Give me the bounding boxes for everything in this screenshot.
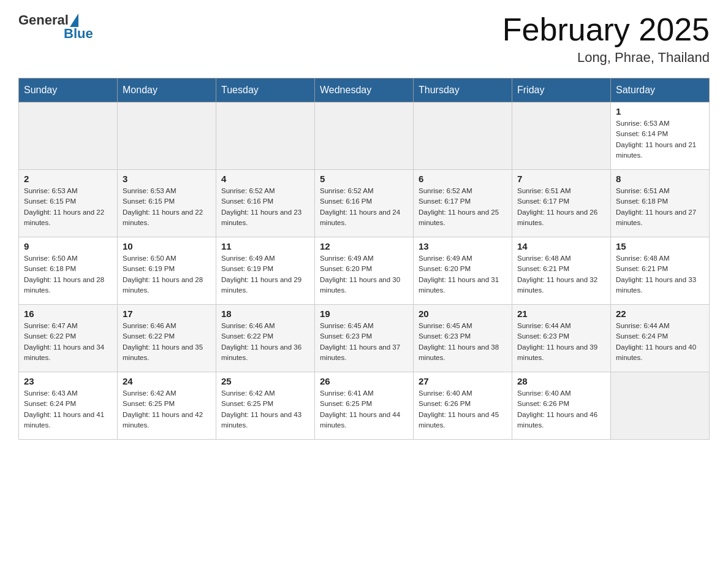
- day-info: Sunrise: 6:45 AMSunset: 6:23 PMDaylight:…: [419, 321, 507, 363]
- day-info: Sunrise: 6:50 AMSunset: 6:18 PMDaylight:…: [24, 253, 112, 296]
- day-number: 25: [221, 376, 309, 386]
- day-number: 22: [616, 308, 704, 319]
- calendar-day-cell: 9Sunrise: 6:50 AMSunset: 6:18 PMDaylight…: [19, 237, 118, 305]
- day-number: 18: [221, 308, 309, 319]
- day-info: Sunrise: 6:46 AMSunset: 6:22 PMDaylight:…: [123, 321, 211, 363]
- day-info: Sunrise: 6:51 AMSunset: 6:18 PMDaylight:…: [616, 186, 704, 228]
- calendar-week-row: 16Sunrise: 6:47 AMSunset: 6:22 PMDayligh…: [19, 305, 710, 372]
- day-number: 3: [123, 174, 211, 184]
- day-number: 27: [419, 376, 507, 386]
- day-number: 23: [24, 376, 112, 386]
- calendar-day-cell: 26Sunrise: 6:41 AMSunset: 6:25 PMDayligh…: [315, 372, 414, 440]
- day-number: 15: [616, 241, 704, 251]
- weekday-header-tuesday: Tuesday: [216, 79, 315, 102]
- weekday-header-friday: Friday: [512, 79, 611, 102]
- calendar-day-cell: [512, 102, 611, 170]
- logo-blue-text: Blue: [64, 26, 93, 42]
- calendar-day-cell: 15Sunrise: 6:48 AMSunset: 6:21 PMDayligh…: [611, 237, 710, 305]
- calendar-day-cell: 25Sunrise: 6:42 AMSunset: 6:25 PMDayligh…: [216, 372, 315, 440]
- page-header: General Blue February 2025 Long, Phrae, …: [18, 12, 710, 66]
- calendar-day-cell: 21Sunrise: 6:44 AMSunset: 6:23 PMDayligh…: [512, 305, 611, 372]
- calendar-day-cell: 10Sunrise: 6:50 AMSunset: 6:19 PMDayligh…: [118, 237, 216, 305]
- calendar-day-cell: 23Sunrise: 6:43 AMSunset: 6:24 PMDayligh…: [19, 372, 118, 440]
- calendar-day-cell: 4Sunrise: 6:52 AMSunset: 6:16 PMDaylight…: [216, 170, 315, 237]
- calendar-day-cell: 8Sunrise: 6:51 AMSunset: 6:18 PMDaylight…: [611, 170, 710, 237]
- day-number: 14: [517, 241, 605, 251]
- day-info: Sunrise: 6:40 AMSunset: 6:26 PMDaylight:…: [517, 388, 605, 431]
- day-number: 28: [517, 376, 605, 386]
- calendar-day-cell: [414, 102, 512, 170]
- weekday-header-monday: Monday: [118, 79, 216, 102]
- day-info: Sunrise: 6:52 AMSunset: 6:16 PMDaylight:…: [320, 186, 408, 228]
- day-info: Sunrise: 6:48 AMSunset: 6:21 PMDaylight:…: [616, 253, 704, 296]
- day-number: 7: [517, 174, 605, 184]
- day-info: Sunrise: 6:47 AMSunset: 6:22 PMDaylight:…: [24, 321, 112, 363]
- calendar-week-row: 9Sunrise: 6:50 AMSunset: 6:18 PMDaylight…: [19, 237, 710, 305]
- day-number: 21: [517, 308, 605, 319]
- day-number: 12: [320, 241, 408, 251]
- calendar-day-cell: 12Sunrise: 6:49 AMSunset: 6:20 PMDayligh…: [315, 237, 414, 305]
- calendar-day-cell: 5Sunrise: 6:52 AMSunset: 6:16 PMDaylight…: [315, 170, 414, 237]
- title-block: February 2025 Long, Phrae, Thailand: [502, 12, 710, 66]
- day-info: Sunrise: 6:53 AMSunset: 6:15 PMDaylight:…: [123, 186, 211, 228]
- day-number: 8: [616, 174, 704, 184]
- calendar-day-cell: [118, 102, 216, 170]
- calendar-day-cell: [216, 102, 315, 170]
- location-title: Long, Phrae, Thailand: [502, 50, 710, 66]
- calendar-day-cell: 20Sunrise: 6:45 AMSunset: 6:23 PMDayligh…: [414, 305, 512, 372]
- day-number: 24: [123, 376, 211, 386]
- day-info: Sunrise: 6:53 AMSunset: 6:15 PMDaylight:…: [24, 186, 112, 228]
- calendar-day-cell: 27Sunrise: 6:40 AMSunset: 6:26 PMDayligh…: [414, 372, 512, 440]
- day-number: 10: [123, 241, 211, 251]
- weekday-header-thursday: Thursday: [414, 79, 512, 102]
- calendar-day-cell: 6Sunrise: 6:52 AMSunset: 6:17 PMDaylight…: [414, 170, 512, 237]
- day-number: 19: [320, 308, 408, 319]
- calendar-day-cell: 7Sunrise: 6:51 AMSunset: 6:17 PMDaylight…: [512, 170, 611, 237]
- day-number: 11: [221, 241, 309, 251]
- calendar-day-cell: 16Sunrise: 6:47 AMSunset: 6:22 PMDayligh…: [19, 305, 118, 372]
- day-number: 16: [24, 308, 112, 319]
- calendar-day-cell: [19, 102, 118, 170]
- day-number: 13: [419, 241, 507, 251]
- calendar-body: 1Sunrise: 6:53 AMSunset: 6:14 PMDaylight…: [19, 102, 710, 440]
- logo: General Blue: [18, 12, 93, 42]
- month-title: February 2025: [502, 12, 710, 47]
- day-number: 26: [320, 376, 408, 386]
- day-info: Sunrise: 6:44 AMSunset: 6:23 PMDaylight:…: [517, 321, 605, 363]
- day-info: Sunrise: 6:49 AMSunset: 6:19 PMDaylight:…: [221, 253, 309, 296]
- calendar-day-cell: [315, 102, 414, 170]
- calendar-day-cell: 3Sunrise: 6:53 AMSunset: 6:15 PMDaylight…: [118, 170, 216, 237]
- day-number: 2: [24, 174, 112, 184]
- day-info: Sunrise: 6:49 AMSunset: 6:20 PMDaylight:…: [320, 253, 408, 296]
- calendar-day-cell: 13Sunrise: 6:49 AMSunset: 6:20 PMDayligh…: [414, 237, 512, 305]
- calendar-week-row: 23Sunrise: 6:43 AMSunset: 6:24 PMDayligh…: [19, 372, 710, 440]
- day-info: Sunrise: 6:42 AMSunset: 6:25 PMDaylight:…: [221, 388, 309, 431]
- calendar-day-cell: 11Sunrise: 6:49 AMSunset: 6:19 PMDayligh…: [216, 237, 315, 305]
- day-info: Sunrise: 6:45 AMSunset: 6:23 PMDaylight:…: [320, 321, 408, 363]
- day-number: 6: [419, 174, 507, 184]
- day-number: 1: [616, 106, 704, 117]
- calendar-day-cell: 14Sunrise: 6:48 AMSunset: 6:21 PMDayligh…: [512, 237, 611, 305]
- calendar-day-cell: 17Sunrise: 6:46 AMSunset: 6:22 PMDayligh…: [118, 305, 216, 372]
- day-info: Sunrise: 6:46 AMSunset: 6:22 PMDaylight:…: [221, 321, 309, 363]
- calendar-day-cell: 28Sunrise: 6:40 AMSunset: 6:26 PMDayligh…: [512, 372, 611, 440]
- calendar-week-row: 2Sunrise: 6:53 AMSunset: 6:15 PMDaylight…: [19, 170, 710, 237]
- calendar-day-cell: [611, 372, 710, 440]
- calendar-day-cell: 24Sunrise: 6:42 AMSunset: 6:25 PMDayligh…: [118, 372, 216, 440]
- calendar-week-row: 1Sunrise: 6:53 AMSunset: 6:14 PMDaylight…: [19, 102, 710, 170]
- day-info: Sunrise: 6:50 AMSunset: 6:19 PMDaylight:…: [123, 253, 211, 296]
- day-number: 9: [24, 241, 112, 251]
- day-info: Sunrise: 6:51 AMSunset: 6:17 PMDaylight:…: [517, 186, 605, 228]
- calendar-day-cell: 22Sunrise: 6:44 AMSunset: 6:24 PMDayligh…: [611, 305, 710, 372]
- day-number: 20: [419, 308, 507, 319]
- calendar-day-cell: 2Sunrise: 6:53 AMSunset: 6:15 PMDaylight…: [19, 170, 118, 237]
- weekday-header-wednesday: Wednesday: [315, 79, 414, 102]
- day-info: Sunrise: 6:52 AMSunset: 6:17 PMDaylight:…: [419, 186, 507, 228]
- day-info: Sunrise: 6:40 AMSunset: 6:26 PMDaylight:…: [419, 388, 507, 431]
- calendar-table: SundayMondayTuesdayWednesdayThursdayFrid…: [18, 78, 710, 440]
- day-number: 17: [123, 308, 211, 319]
- day-info: Sunrise: 6:44 AMSunset: 6:24 PMDaylight:…: [616, 321, 704, 363]
- calendar-day-cell: 19Sunrise: 6:45 AMSunset: 6:23 PMDayligh…: [315, 305, 414, 372]
- day-info: Sunrise: 6:52 AMSunset: 6:16 PMDaylight:…: [221, 186, 309, 228]
- day-info: Sunrise: 6:43 AMSunset: 6:24 PMDaylight:…: [24, 388, 112, 431]
